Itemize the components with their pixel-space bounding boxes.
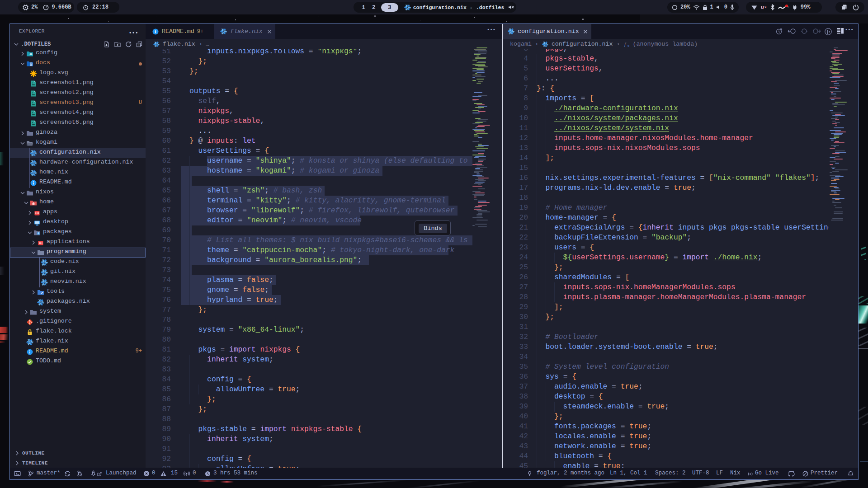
- svg-text:x: x: [627, 44, 629, 47]
- svg-text:f: f: [624, 42, 627, 47]
